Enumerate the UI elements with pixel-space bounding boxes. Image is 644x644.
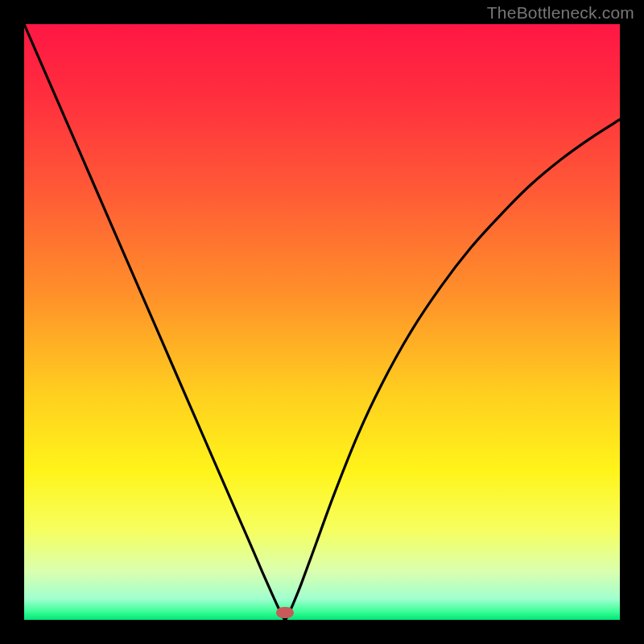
chart-frame: TheBottleneck.com [0, 0, 644, 644]
watermark-text: TheBottleneck.com [487, 3, 634, 23]
plot-area [24, 24, 620, 620]
minimum-marker [276, 607, 294, 618]
curve-line [24, 24, 620, 620]
